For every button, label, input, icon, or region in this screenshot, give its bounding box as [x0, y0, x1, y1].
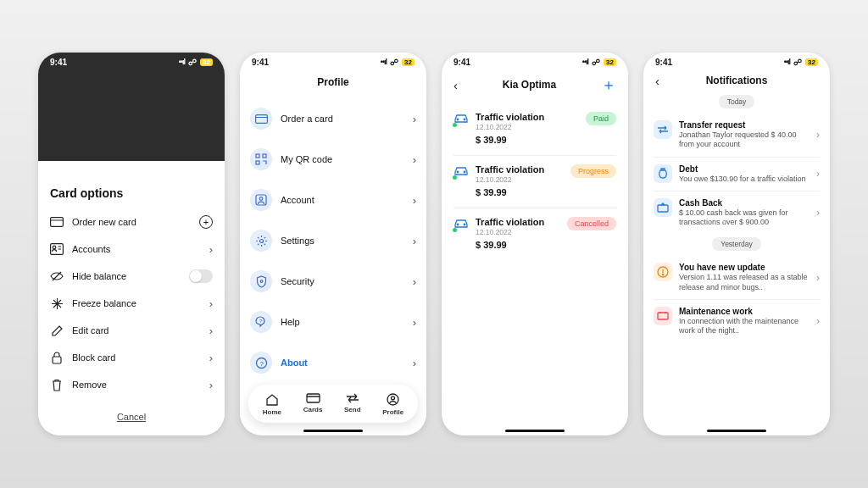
option-hide-balance[interactable]: Hide balance	[50, 263, 213, 290]
tab-cards[interactable]: Cards	[303, 393, 323, 416]
option-block-card[interactable]: Block card ›	[50, 344, 213, 371]
gear-icon	[250, 230, 272, 252]
notification-body: $ 10.00 cash back was given for transact…	[679, 208, 810, 228]
notification-row[interactable]: You have new update Version 1.11 was rel…	[654, 256, 820, 300]
nav-bar: ‹ Kia Optima ＋	[442, 71, 628, 103]
chevron-right-icon: ›	[413, 275, 416, 288]
eye-off-icon	[50, 269, 64, 283]
chevron-right-icon: ›	[816, 315, 820, 327]
alert-icon	[654, 263, 672, 281]
link-icon: ☍	[188, 58, 197, 67]
notification-row[interactable]: Cash Back $ 10.00 cash back was given fo…	[654, 191, 820, 235]
status-bar: 9:41 ••ıl ☍ 32	[240, 53, 426, 71]
profile-item-security[interactable]: Security ›	[250, 261, 416, 302]
bottom-sheet: Card options Order new card + Accounts ›…	[38, 175, 225, 435]
notification-row[interactable]: Transfer request Jonathan Taylor request…	[654, 114, 820, 158]
profile-item-order-card[interactable]: Order a card ›	[250, 98, 416, 139]
status-dot-icon	[453, 228, 457, 232]
svg-point-32	[457, 224, 459, 225]
svg-point-20	[260, 280, 263, 282]
notification-body: You owe $130.90 for a traffic violation	[679, 175, 810, 184]
tab-label: Send	[344, 406, 361, 413]
chevron-right-icon: ›	[413, 316, 416, 329]
tab-send[interactable]: Send	[344, 393, 361, 416]
info-icon: ?	[250, 352, 272, 374]
svg-rect-24	[307, 394, 320, 402]
option-remove[interactable]: Remove ›	[50, 371, 213, 398]
chevron-right-icon: ›	[209, 324, 213, 337]
status-badge: Paid	[586, 112, 616, 125]
notification-row[interactable]: Debt You owe $130.90 for a traffic viola…	[654, 158, 820, 191]
violation-name: Traffic violation	[476, 164, 564, 175]
car-icon	[453, 217, 469, 230]
profile-item-label: Settings	[281, 236, 404, 246]
profile-item-account[interactable]: Account ›	[250, 180, 416, 220]
chevron-right-icon: ›	[209, 297, 213, 310]
profile-item-settings[interactable]: Settings ›	[250, 220, 416, 261]
cancel-button[interactable]: Cancel	[50, 407, 213, 427]
violation-date: 12.10.2022	[476, 175, 564, 184]
status-dot-icon	[453, 123, 457, 127]
chevron-right-icon: ›	[209, 352, 213, 364]
profile-item-about[interactable]: ? About ›	[250, 342, 416, 383]
violation-row[interactable]: Traffic violation 12.10.2022 $ 39.99 Pro…	[453, 156, 616, 208]
back-button[interactable]: ‹	[453, 78, 458, 92]
profile-item-qr[interactable]: My QR code ›	[250, 139, 416, 180]
status-bar: 9:41 ••ıl ☍ 32	[442, 53, 628, 71]
shield-lock-icon	[250, 270, 272, 292]
back-button[interactable]: ‹	[655, 74, 659, 88]
violation-price: $ 39.99	[476, 240, 560, 250]
option-order-new-card[interactable]: Order new card +	[50, 208, 213, 236]
signal-icon: ••ıl	[381, 58, 387, 66]
tab-label: Profile	[382, 408, 403, 416]
violation-row[interactable]: Traffic violation 12.10.2022 $ 39.99 Pai…	[453, 103, 616, 156]
option-label: Hide balance	[72, 271, 181, 281]
status-dot-icon	[453, 175, 457, 180]
notification-title: Maintenance work	[679, 307, 810, 316]
moneybag-icon	[654, 164, 672, 183]
option-freeze-balance[interactable]: Freeze balance ›	[50, 290, 213, 317]
svg-rect-34	[658, 205, 668, 212]
link-icon: ☍	[592, 58, 600, 67]
violation-name: Traffic violation	[476, 217, 560, 227]
notification-body: In connection with the maintenance work …	[679, 317, 810, 336]
page-title: Notifications	[706, 75, 768, 86]
screen-card-options: 9:41 ••ıl ☍ 32 Card options Order new ca…	[38, 53, 225, 435]
tab-bar: Home Cards Send Profile	[248, 385, 418, 423]
option-accounts[interactable]: Accounts ›	[50, 236, 213, 263]
home-indicator	[707, 430, 766, 432]
svg-point-29	[464, 119, 465, 120]
notification-title: You have new update	[679, 263, 810, 272]
maintenance-icon	[654, 307, 672, 325]
svg-point-31	[464, 171, 465, 173]
add-button[interactable]: ＋	[601, 75, 616, 95]
user-card-icon	[50, 242, 64, 256]
profile-item-label: About	[281, 358, 404, 368]
user-icon	[250, 189, 272, 211]
profile-item-help[interactable]: ? Help ›	[250, 302, 416, 342]
lock-icon	[50, 351, 64, 364]
screen-vehicle-violations: 9:41 ••ıl ☍ 32 ‹ Kia Optima ＋ Traffic vi…	[442, 53, 628, 435]
svg-rect-11	[53, 357, 61, 363]
chevron-right-icon: ›	[413, 113, 416, 125]
page-title: Kia Optima	[503, 79, 556, 91]
svg-text:?: ?	[259, 360, 264, 368]
profile-item-label: Help	[281, 317, 404, 327]
chevron-right-icon: ›	[413, 235, 416, 247]
car-icon	[453, 164, 469, 178]
pencil-icon	[50, 324, 64, 337]
option-label: Edit card	[72, 325, 201, 336]
svg-rect-0	[51, 218, 64, 227]
battery-icon: 32	[402, 58, 415, 66]
svg-rect-14	[256, 154, 259, 158]
option-edit-card[interactable]: Edit card ›	[50, 317, 213, 344]
violation-price: $ 39.99	[476, 187, 564, 197]
tab-home[interactable]: Home	[263, 393, 281, 416]
violation-row[interactable]: Traffic violation 12.10.2022 $ 39.99 Can…	[453, 208, 616, 260]
screen-notifications: 9:41 ••ıl ☍ 32 ‹ Notifications Today Tra…	[643, 53, 830, 435]
violation-date: 12.10.2022	[476, 228, 560, 236]
tab-profile[interactable]: Profile	[382, 393, 403, 416]
notification-row[interactable]: Maintenance work In connection with the …	[654, 300, 820, 343]
hide-balance-toggle[interactable]	[189, 269, 213, 283]
signal-icon: ••ıl	[582, 58, 588, 66]
